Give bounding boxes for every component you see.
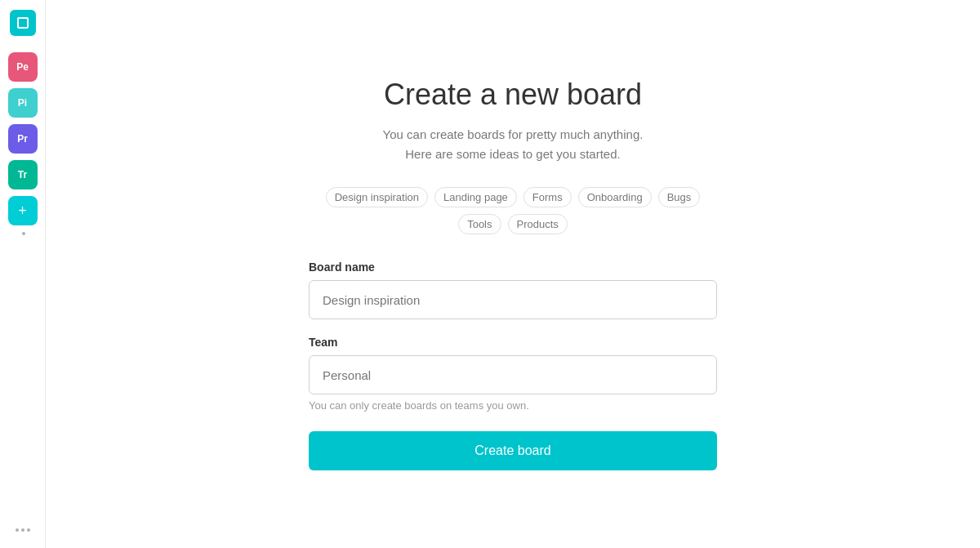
sidebar-item-pe[interactable]: Pe: [8, 52, 38, 82]
sidebar-item-tr[interactable]: Tr: [8, 160, 38, 189]
sidebar: Pe Pi Pr Tr +: [0, 0, 46, 548]
sidebar-more-dots[interactable]: [16, 528, 30, 532]
tag-bugs[interactable]: Bugs: [658, 187, 701, 207]
sidebar-item-pi[interactable]: Pi: [8, 88, 38, 118]
tag-tools[interactable]: Tools: [458, 214, 501, 234]
sidebar-dot: [22, 232, 25, 235]
tag-design-inspiration[interactable]: Design inspiration: [326, 187, 428, 207]
board-name-input[interactable]: [309, 280, 717, 319]
team-label: Team: [309, 336, 717, 349]
team-input[interactable]: [309, 355, 717, 394]
sidebar-item-add[interactable]: +: [8, 196, 38, 225]
sidebar-item-pr[interactable]: Pr: [8, 124, 38, 154]
tag-row: Design inspiration Landing page Forms On…: [309, 187, 717, 234]
page-title: Create a new board: [384, 78, 642, 112]
subtitle-line2: Here are some ideas to get you started.: [405, 147, 620, 161]
team-hint: You can only create boards on teams you …: [309, 399, 717, 412]
tag-onboarding[interactable]: Onboarding: [578, 187, 652, 207]
create-board-button[interactable]: Create board: [309, 431, 717, 470]
sidebar-footer: [16, 528, 30, 538]
board-name-label: Board name: [309, 261, 717, 274]
tag-products[interactable]: Products: [508, 214, 568, 234]
tag-landing-page[interactable]: Landing page: [434, 187, 517, 207]
tag-forms[interactable]: Forms: [523, 187, 572, 207]
subtitle-line1: You can create boards for pretty much an…: [383, 127, 644, 141]
main-content: Create a new board You can create boards…: [46, 0, 980, 548]
logo-icon: [17, 17, 29, 29]
page-subtitle: You can create boards for pretty much an…: [383, 125, 644, 164]
app-logo[interactable]: [10, 10, 36, 36]
content-wrapper: Create a new board You can create boards…: [309, 78, 717, 470]
form-section: Board name Team You can only create boar…: [309, 261, 717, 470]
sidebar-items: Pe Pi Pr Tr +: [8, 52, 38, 528]
